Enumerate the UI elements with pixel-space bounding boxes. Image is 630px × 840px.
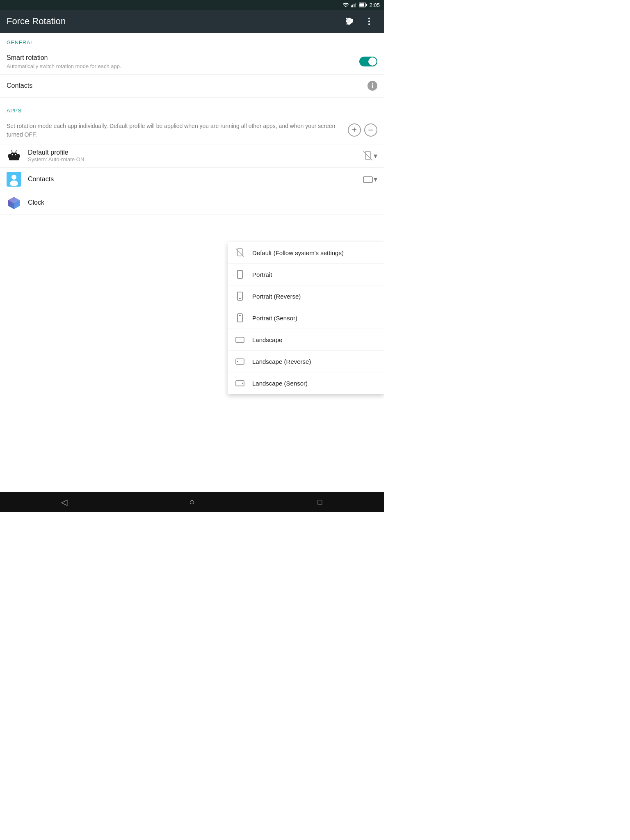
dropdown-text-portrait-reverse: Portrait (Reverse): [252, 293, 301, 300]
dropdown-item-portrait[interactable]: Portrait: [228, 264, 384, 285]
attention-title: Contacts: [7, 82, 368, 90]
dropdown-item-landscape[interactable]: Landscape: [228, 329, 384, 351]
dropdown-icon-default: [234, 247, 246, 258]
default-profile-action: ▾: [362, 150, 377, 162]
svg-rect-0: [351, 5, 352, 7]
attention-item[interactable]: Contacts i: [0, 75, 384, 98]
dropdown-text-landscape: Landscape: [252, 336, 282, 343]
remove-app-button[interactable]: −: [364, 123, 377, 137]
home-button[interactable]: ○: [184, 494, 200, 510]
default-profile-rotation-icon: [362, 150, 374, 162]
battery-icon: [359, 2, 367, 7]
clock-item: Clock: [0, 191, 384, 215]
dropdown-icon-landscape: [234, 334, 246, 345]
svg-rect-33: [239, 298, 241, 299]
signal-icon: [351, 2, 357, 8]
add-remove-buttons: + −: [348, 122, 377, 137]
more-options-button[interactable]: [361, 13, 377, 30]
app-bar-title: Force Rotation: [7, 16, 66, 27]
svg-rect-38: [237, 361, 238, 362]
portrait-reverse-icon: [235, 291, 245, 301]
smart-rotation-subtitle: Automatically switch rotation mode for e…: [7, 63, 359, 69]
status-time: 2:05: [370, 2, 380, 8]
portrait-sensor-icon: [235, 313, 245, 323]
no-rotation-icon: [235, 248, 245, 258]
dropdown-icon-landscape-sensor: [234, 377, 246, 389]
contacts-name: Contacts: [28, 176, 362, 183]
svg-point-22: [11, 175, 16, 180]
contacts-dropdown-arrow[interactable]: ▾: [374, 175, 377, 184]
section-apps: APPS: [0, 101, 384, 117]
section-general: GENERAL: [0, 33, 384, 49]
attention-content: Contacts: [7, 82, 368, 90]
dropdown-text-portrait: Portrait: [252, 271, 272, 278]
smart-rotation-content: Smart rotation Automatically switch rota…: [7, 54, 359, 69]
landscape-reverse-icon: [235, 356, 245, 366]
svg-rect-2: [354, 4, 354, 7]
clock-name: Clock: [28, 199, 377, 206]
contacts-item: Contacts ▾: [0, 168, 384, 191]
apps-description: Set rotation mode each app individually.…: [7, 122, 348, 139]
svg-line-30: [236, 249, 244, 257]
svg-rect-6: [366, 4, 367, 6]
svg-point-10: [368, 23, 370, 25]
landscape-icon: [235, 335, 245, 345]
apps-description-area: Set rotation mode each app individually.…: [0, 117, 384, 144]
dropdown-item-landscape-sensor[interactable]: Landscape (Sensor): [228, 372, 384, 394]
dropdown-item-default[interactable]: Default (Follow system's settings): [228, 242, 384, 264]
navigation-bar: ◁ ○ □: [0, 492, 384, 512]
svg-rect-5: [359, 3, 364, 7]
dropdown-icon-portrait: [234, 269, 246, 280]
dropdown-item-portrait-sensor[interactable]: Portrait (Sensor): [228, 307, 384, 329]
toggle-knob: [368, 57, 377, 66]
smart-rotation-toggle-container: [359, 57, 377, 66]
svg-line-17: [11, 151, 12, 152]
add-app-button[interactable]: +: [348, 123, 361, 137]
svg-rect-36: [236, 337, 244, 342]
portrait-icon: [235, 269, 245, 279]
default-profile-content: Default profile System: Auto-rotate ON: [28, 149, 362, 162]
smart-rotation-item: Smart rotation Automatically switch rota…: [0, 49, 384, 75]
svg-point-23: [10, 180, 18, 186]
dropdown-text-landscape-sensor: Landscape (Sensor): [252, 380, 308, 387]
more-vert-icon: [364, 16, 374, 26]
home-icon: ○: [189, 497, 194, 507]
default-profile-icon: [7, 148, 21, 163]
back-button[interactable]: ◁: [56, 494, 72, 510]
svg-rect-16: [18, 154, 20, 158]
dropdown-icon-landscape-reverse: [234, 356, 246, 367]
status-icons: 2:05: [342, 2, 380, 8]
info-button[interactable]: i: [368, 81, 377, 91]
default-profile-subtitle: System: Auto-rotate ON: [28, 156, 362, 162]
dropdown-icon-portrait-reverse: [234, 290, 246, 302]
dropdown-item-landscape-reverse[interactable]: Landscape (Reverse): [228, 351, 384, 372]
app-bar: Force Rotation: [0, 10, 384, 33]
svg-point-8: [368, 18, 370, 19]
dropdown-text-portrait-sensor: Portrait (Sensor): [252, 315, 297, 322]
back-icon: ◁: [61, 497, 67, 507]
svg-rect-1: [352, 5, 353, 7]
wifi-icon: [342, 2, 349, 8]
default-profile-item: Default profile System: Auto-rotate ON ▾: [0, 144, 384, 168]
landscape-sensor-icon: [235, 378, 245, 388]
svg-point-13: [12, 154, 13, 155]
dropdown-item-portrait-reverse[interactable]: Portrait (Reverse): [228, 285, 384, 307]
default-profile-dropdown-arrow[interactable]: ▾: [374, 151, 377, 160]
svg-point-9: [368, 21, 370, 22]
rotation-dropdown-menu: Default (Follow system's settings) Portr…: [228, 242, 384, 394]
svg-rect-35: [239, 315, 241, 316]
svg-point-14: [15, 154, 16, 155]
contacts-content: Contacts: [28, 176, 362, 183]
attention-action: i: [368, 81, 377, 91]
contacts-action: ▾: [362, 173, 377, 185]
smart-rotation-toggle[interactable]: [359, 57, 377, 66]
svg-rect-31: [237, 270, 242, 278]
status-bar: 2:05: [0, 0, 384, 10]
recents-button[interactable]: □: [312, 494, 328, 510]
recents-icon: □: [318, 498, 322, 507]
dropdown-text-landscape-reverse: Landscape (Reverse): [252, 358, 311, 365]
smart-rotation-title: Smart rotation: [7, 54, 359, 62]
clock-content: Clock: [28, 199, 377, 206]
contacts-rotation-icon: [362, 173, 374, 185]
play-store-button[interactable]: [341, 13, 358, 30]
